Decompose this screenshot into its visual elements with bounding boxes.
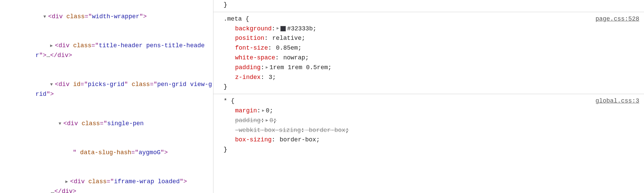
css-value[interactable]: #32333b: [287, 24, 313, 34]
expand-icon[interactable]: ▶: [262, 108, 264, 114]
dom-node[interactable]: <div class="single-pen: [0, 109, 213, 138]
source-link[interactable]: global.css:3: [595, 96, 639, 106]
dom-node[interactable]: <div id="picks-grid" class="pen-grid vie…: [0, 70, 213, 109]
css-value[interactable]: 0: [270, 116, 273, 126]
css-rule[interactable]: }: [213, 0, 644, 12]
dom-node[interactable]: <div class="width-wrapper">: [0, 2, 213, 31]
attr-value: aygmoG: [139, 149, 161, 156]
attr-name: id: [73, 81, 80, 88]
open-brace: {: [227, 98, 235, 104]
rule-close-brace: }: [224, 145, 639, 155]
css-property[interactable]: margin: [235, 106, 257, 116]
css-value[interactable]: 1rem 1rem 0.5rem: [270, 63, 328, 73]
selector[interactable]: *: [224, 98, 227, 104]
disclosure-open-icon[interactable]: [43, 13, 48, 21]
css-value[interactable]: 0.85em: [276, 43, 298, 53]
source-link[interactable]: page.css:528: [595, 14, 639, 24]
css-property[interactable]: font-size: [235, 43, 268, 53]
css-property[interactable]: background: [235, 24, 272, 34]
disclosure-closed-icon[interactable]: [50, 43, 55, 50]
elements-panel: <div class="width-wrapper"> <div class="…: [0, 0, 213, 193]
css-property[interactable]: box-sizing: [235, 135, 272, 145]
css-property[interactable]: position: [235, 33, 264, 43]
tag-close: </div>: [50, 52, 72, 59]
css-declaration[interactable]: position: relative;: [224, 33, 639, 43]
attr-name: class: [82, 120, 100, 127]
css-property[interactable]: white-space: [235, 53, 275, 63]
rule-close-brace: }: [224, 82, 639, 92]
attr-name: class: [132, 81, 150, 88]
css-value[interactable]: border-box: [309, 126, 345, 135]
tag-open: <div: [48, 13, 63, 20]
css-value[interactable]: nowrap: [283, 53, 305, 63]
css-property[interactable]: padding: [235, 116, 261, 126]
attr-value: width-wrapper: [92, 13, 139, 20]
dom-node-continuation[interactable]: " data-slug-hash="aygmoG">: [0, 138, 213, 167]
expand-icon[interactable]: ▶: [266, 117, 268, 124]
css-value[interactable]: 3: [269, 73, 272, 82]
css-value[interactable]: relative: [272, 33, 301, 43]
tag-open: <div: [70, 178, 85, 185]
attr-name: class: [73, 42, 91, 49]
expand-icon[interactable]: ▶: [277, 25, 279, 32]
attr-value: iframe-wrap loaded: [114, 178, 180, 185]
attr-value: picks-grid: [88, 81, 124, 88]
attr-name: data-slug-hash: [80, 149, 131, 156]
styles-panel: } page.css:528 .meta { background:▶#3233…: [213, 0, 644, 193]
css-declaration[interactable]: background:▶#32333b;: [224, 24, 639, 34]
css-rule[interactable]: global.css:3 * { margin:▶0; padding:▶0; …: [213, 94, 644, 157]
css-property[interactable]: z-index: [235, 73, 261, 82]
rule-selector-line[interactable]: .meta {: [224, 14, 639, 24]
css-property[interactable]: -webkit-box-sizing: [235, 126, 301, 135]
css-declaration-overridden[interactable]: -webkit-box-sizing: border-box;: [224, 126, 639, 135]
tag-open: <div: [55, 42, 69, 49]
disclosure-open-icon[interactable]: [50, 81, 55, 88]
attr-value-trail: ": [73, 149, 80, 156]
ellipsis[interactable]: …: [51, 188, 54, 193]
color-swatch[interactable]: [280, 26, 286, 31]
tag-close-angle: ">: [139, 13, 147, 20]
open-brace: {: [242, 16, 249, 22]
rule-selector-line[interactable]: * {: [224, 96, 639, 106]
selector[interactable]: .meta: [224, 16, 242, 22]
css-declaration[interactable]: padding:▶1rem 1rem 0.5rem;: [224, 63, 639, 73]
expand-icon[interactable]: ▶: [266, 64, 268, 71]
tag-open: <div: [63, 120, 78, 127]
css-value[interactable]: border-box: [280, 135, 316, 145]
attr-name: class: [88, 178, 107, 185]
tag-open: <div: [55, 81, 69, 88]
attr-value: single-pen: [107, 120, 144, 127]
css-property[interactable]: padding: [235, 63, 261, 73]
css-declaration[interactable]: margin:▶0;: [224, 106, 639, 116]
css-declaration[interactable]: box-sizing: border-box;: [224, 135, 639, 145]
disclosure-open-icon[interactable]: [59, 120, 63, 128]
css-declaration-overridden[interactable]: padding:▶0;: [224, 116, 639, 126]
attr-name: class: [66, 13, 85, 20]
ellipsis[interactable]: …: [46, 52, 50, 59]
css-value[interactable]: 0: [266, 106, 270, 116]
dom-node[interactable]: <div class="title-header pens-title-head…: [0, 31, 213, 70]
dom-node[interactable]: <div class="iframe-wrap loaded">…</div>: [0, 167, 213, 193]
css-declaration[interactable]: white-space: nowrap;: [224, 53, 639, 63]
disclosure-closed-icon[interactable]: [65, 178, 70, 186]
css-declaration[interactable]: z-index: 3;: [224, 73, 639, 82]
css-declaration[interactable]: font-size: 0.85em;: [224, 43, 639, 53]
css-rule[interactable]: page.css:528 .meta { background:▶#32333b…: [213, 12, 644, 94]
tag-close: </div>: [54, 188, 76, 193]
rule-close-brace: }: [224, 0, 639, 10]
